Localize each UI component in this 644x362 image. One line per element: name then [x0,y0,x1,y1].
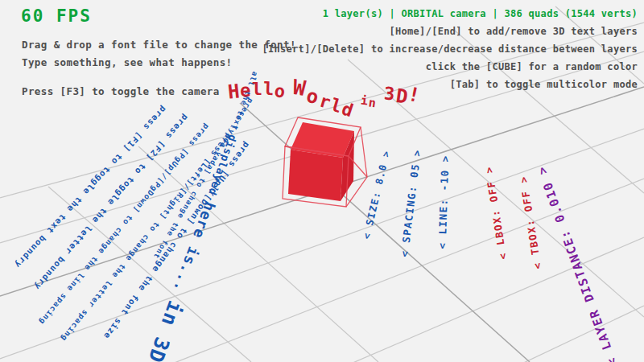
headline-letter: o [274,80,287,101]
fps-counter: 60 FPS [21,6,92,26]
status-bar: 1 layer(s) | ORBITAL camera | 386 quads … [323,8,638,19]
headline-letter: l [252,79,263,99]
headline-letter: l [263,79,275,99]
hud-help-distance: [Insert]/[Delete] to increase/decrease d… [262,43,638,55]
cube-selection-wireframe [283,117,367,207]
cube[interactable] [283,117,367,207]
hud-help-camera: Press [F3] to toggle the camera [22,85,220,97]
headline-hello-world: Hello World in 3D! [228,74,421,98]
headline-letter: e [240,80,253,101]
hud-help-type: Type something, see what happens! [22,56,233,68]
hud-help-cube-color: click the [CUBE] for a random color [426,61,638,72]
hud-help-multicolor: [Tab] to toggle multicolor mode [450,79,638,90]
hud-help-drag-drop: Drag & drop a font file to change the fo… [22,39,296,51]
hud-help-layers: [Home]/[End] to add/remove 3D text layer… [389,26,638,37]
